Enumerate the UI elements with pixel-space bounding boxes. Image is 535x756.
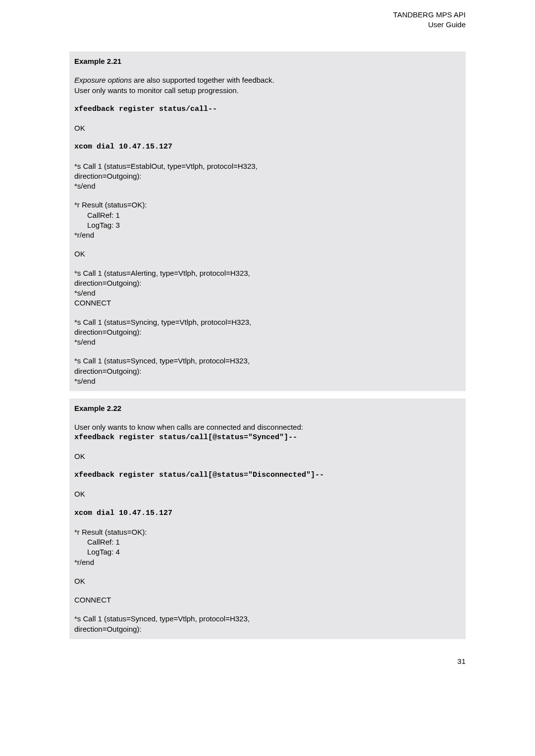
example-22-box: Example 2.22 User only wants to know whe…	[69, 399, 466, 639]
e22-p1: User only wants to know when calls are c…	[74, 422, 461, 432]
s1-line1: *s Call 1 (status=EstablOut, type=Vtlph,…	[74, 161, 461, 171]
status-block-4: *s Call 1 (status=Synced, type=Vtlph, pr…	[74, 356, 461, 386]
ok-3: OK	[74, 452, 461, 461]
r1-logtag: LogTag: 3	[74, 220, 461, 230]
page-number: 31	[69, 657, 466, 665]
r1-end: *r/end	[74, 230, 461, 240]
s4-line2: direction=Outgoing):	[74, 366, 461, 376]
r2-end: *r/end	[74, 557, 461, 567]
connect-2: CONNECT	[74, 595, 461, 605]
command-xcom-1: xcom dial 10.47.15.127	[74, 142, 461, 152]
status-block-1: *s Call 1 (status=EstablOut, type=Vtlph,…	[74, 161, 461, 192]
s5-line2: direction=Outgoing):	[74, 624, 461, 634]
command-xcom-2: xcom dial 10.47.15.127	[74, 508, 461, 518]
r2-callref: CallRef: 1	[74, 537, 461, 547]
ok-4: OK	[74, 489, 461, 499]
s3-line2: direction=Outgoing):	[74, 327, 461, 337]
status-block-2: *s Call 1 (status=Alerting, type=Vtlph, …	[74, 268, 461, 308]
header-line-2: User Guide	[69, 20, 466, 30]
example-21-intro: Exposure options are also supported toge…	[74, 75, 461, 96]
s2-line1: *s Call 1 (status=Alerting, type=Vtlph, …	[74, 268, 461, 278]
r2-line1: *r Result (status=OK):	[74, 527, 461, 537]
r1-callref: CallRef: 1	[74, 210, 461, 220]
example-21-box: Example 2.21 Exposure options are also s…	[69, 51, 466, 391]
s4-line3: *s/end	[74, 376, 461, 386]
s1-line2: direction=Outgoing):	[74, 171, 461, 181]
intro-text-2: User only wants to monitor call setup pr…	[74, 86, 239, 95]
exposure-options-text: Exposure options	[74, 76, 132, 84]
intro-text-1: are also supported together with feedbac…	[132, 76, 274, 84]
example-22-title: Example 2.22	[74, 403, 461, 413]
status-block-5: *s Call 1 (status=Synced, type=Vtlph, pr…	[74, 614, 461, 634]
s1-line3: *s/end	[74, 181, 461, 191]
s3-line3: *s/end	[74, 337, 461, 347]
s5-line1: *s Call 1 (status=Synced, type=Vtlph, pr…	[74, 614, 461, 624]
s4-line1: *s Call 1 (status=Synced, type=Vtlph, pr…	[74, 356, 461, 366]
command-xfeedback-1: xfeedback register status/call--	[74, 104, 461, 114]
result-block-1: *r Result (status=OK): CallRef: 1 LogTag…	[74, 200, 461, 240]
s2-line2: direction=Outgoing):	[74, 278, 461, 288]
r2-logtag: LogTag: 4	[74, 547, 461, 557]
result-block-2: *r Result (status=OK): CallRef: 1 LogTag…	[74, 527, 461, 567]
status-block-3: *s Call 1 (status=Syncing, type=Vtlph, p…	[74, 317, 461, 348]
ok-1: OK	[74, 123, 461, 133]
s2-line3: *s/end	[74, 288, 461, 298]
s2-connect: CONNECT	[74, 298, 461, 308]
header-line-1: TANDBERG MPS API	[69, 10, 466, 20]
command-xfeedback-synced: xfeedback register status/call[@status="…	[74, 433, 461, 443]
example-22-intro: User only wants to know when calls are c…	[74, 422, 461, 443]
r1-line1: *r Result (status=OK):	[74, 200, 461, 210]
command-xfeedback-disconnected: xfeedback register status/call[@status="…	[74, 470, 461, 480]
page-header: TANDBERG MPS API User Guide	[69, 10, 466, 29]
example-21-title: Example 2.21	[74, 56, 461, 66]
ok-2: OK	[74, 249, 461, 259]
s3-line1: *s Call 1 (status=Syncing, type=Vtlph, p…	[74, 317, 461, 327]
ok-5: OK	[74, 576, 461, 586]
